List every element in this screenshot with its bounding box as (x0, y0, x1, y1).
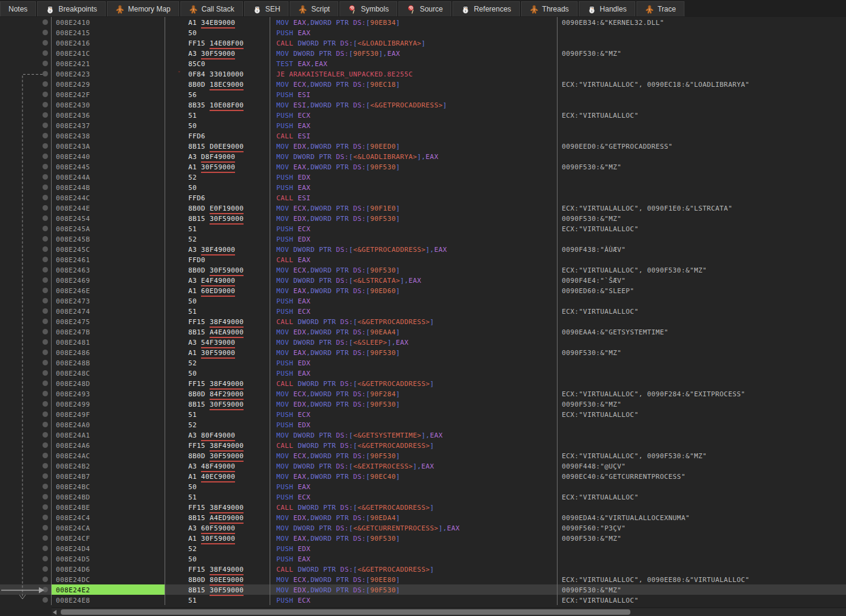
disasm-row[interactable]: 008E2410A1 34EB9000mov eax,dword ptr ds:… (0, 17, 846, 27)
breakpoint-dot[interactable] (43, 308, 48, 314)
instruction-cell[interactable]: test eax,eax (270, 58, 558, 69)
tab-handles[interactable]: Handles (579, 1, 635, 16)
disasm-row[interactable]: 008E249F51push ecxecx:"VirtualAlloc" (0, 409, 846, 419)
comment-cell[interactable]: 0090EED0:&"GetProcAddress" (558, 141, 846, 151)
instruction-cell[interactable]: call dword ptr ds:[<&GetProcAddress>] (270, 440, 558, 450)
address-cell[interactable]: 008E2463 (52, 265, 165, 275)
breakpoint-dot[interactable] (43, 422, 48, 427)
instruction-cell[interactable]: push esi (270, 89, 558, 100)
comment-cell[interactable]: 0090F530:&"MZ" (558, 347, 846, 357)
instruction-cell[interactable]: call esi (270, 192, 558, 203)
address-cell[interactable]: 008E24D4 (52, 543, 165, 553)
address-cell[interactable]: 008E24A6 (52, 440, 165, 450)
disasm-row[interactable]: 008E248C50push eax (0, 368, 846, 378)
instruction-cell[interactable]: push edx (270, 543, 558, 553)
instruction-cell[interactable]: push ecx (270, 110, 558, 120)
address-cell[interactable]: 008E24A0 (52, 419, 165, 430)
address-cell[interactable]: 008E244A (52, 172, 165, 182)
breakpoint-dot[interactable] (43, 112, 48, 118)
tab-seh[interactable]: SEH (244, 1, 289, 16)
address-cell[interactable]: 008E2440 (52, 151, 165, 161)
address-cell[interactable]: 008E2474 (52, 306, 165, 316)
comment-cell[interactable]: 0090EC40:&"GetCurrentProcess" (558, 471, 846, 481)
address-cell[interactable]: 008E2423 (52, 69, 165, 79)
disasm-row[interactable]: 008E243750push eax (0, 120, 846, 130)
comment-cell[interactable]: 0090F530:&"MZ" (558, 48, 846, 58)
address-cell[interactable]: 008E24BC (52, 481, 165, 492)
breakpoint-dot[interactable] (43, 277, 48, 283)
instruction-cell[interactable]: mov edx,dword ptr ds:[90EDA4] (270, 512, 558, 523)
address-cell[interactable]: 008E24C4 (52, 512, 165, 523)
disasm-row[interactable]: 008E24A052push edx (0, 419, 846, 430)
comment-cell[interactable]: 0090F448:"@UÇv" (558, 461, 846, 471)
tab-threads[interactable]: Threads (521, 1, 578, 16)
comment-cell[interactable]: ecx:"VirtualAlloc" (558, 492, 846, 502)
address-cell[interactable]: 008E2421 (52, 58, 165, 69)
disasm-row[interactable]: 008E2440A3 D8F49000mov dword ptr ds:[<&L… (0, 151, 846, 161)
instruction-cell[interactable]: call dword ptr ds:[<&GetProcAddress>] (270, 564, 558, 574)
breakpoint-dot[interactable] (43, 381, 48, 386)
instruction-cell[interactable]: mov eax,dword ptr ds:[90ED60] (270, 285, 558, 296)
comment-cell[interactable] (558, 38, 846, 48)
disasm-row[interactable]: 008E24998B15 30F59000mov edx,dword ptr d… (0, 399, 846, 409)
tab-references[interactable]: References (452, 1, 519, 16)
instruction-cell[interactable]: call esi (270, 130, 558, 141)
disasm-row[interactable]: 008E2469A3 E4F49000mov dword ptr ds:[<&l… (0, 275, 846, 285)
bytes-cell[interactable]: A1 30F59000 (165, 161, 270, 172)
disasm-row[interactable]: 008E245CA3 38F49000mov dword ptr ds:[<&G… (0, 244, 846, 254)
instruction-cell[interactable]: mov dword ptr ds:[<&LoadLibraryA>],eax (270, 151, 558, 161)
disasm-row[interactable]: 008E246EA1 60ED9000mov eax,dword ptr ds:… (0, 285, 846, 296)
instruction-cell[interactable]: push ecx (270, 492, 558, 502)
address-cell[interactable]: 008E2415 (52, 27, 165, 38)
breakpoint-dot[interactable] (43, 288, 48, 293)
breakpoint-dot[interactable] (43, 143, 48, 149)
bytes-cell[interactable]: 52 (165, 172, 270, 182)
address-cell[interactable]: 008E245C (52, 244, 165, 254)
bytes-cell[interactable]: 8B15 30F59000 (165, 399, 270, 409)
comment-cell[interactable] (558, 151, 846, 161)
breakpoint-dot[interactable] (43, 50, 48, 56)
disasm-row[interactable]: 008E24CFA1 30F59000mov eax,dword ptr ds:… (0, 533, 846, 543)
breakpoint-dot[interactable] (43, 535, 48, 541)
bytes-cell[interactable]: 52 (165, 357, 270, 368)
bytes-cell[interactable]: 8B0D 18EC9000 (165, 79, 270, 89)
instruction-cell[interactable]: mov edx,dword ptr ds:[90EAA4] (270, 327, 558, 337)
address-cell[interactable]: 008E24B2 (52, 461, 165, 471)
horizontal-scrollbar[interactable] (52, 608, 846, 616)
instruction-cell[interactable]: call dword ptr ds:[<&GetProcAddress>] (270, 502, 558, 512)
address-cell[interactable]: 008E2461 (52, 254, 165, 265)
disasm-row[interactable]: 008E243A8B15 D0EE9000mov edx,dword ptr d… (0, 141, 846, 151)
instruction-cell[interactable]: call eax (270, 254, 558, 265)
tab-notes[interactable]: Notes (0, 1, 36, 16)
instruction-cell[interactable]: mov dword ptr ds:[<&GetCurrentProcess>],… (270, 523, 558, 533)
bytes-cell[interactable]: A3 48F49000 (165, 461, 270, 471)
breakpoint-dot[interactable] (43, 123, 48, 128)
breakpoint-dot[interactable] (43, 226, 48, 231)
comment-cell[interactable] (558, 130, 846, 141)
breakpoint-dot[interactable] (43, 71, 48, 76)
address-cell[interactable]: 008E245B (52, 234, 165, 244)
instruction-cell[interactable]: push eax (270, 553, 558, 564)
address-cell[interactable]: 008E24E2 (52, 584, 165, 595)
address-cell[interactable]: 008E2430 (52, 100, 165, 110)
address-cell[interactable]: 008E2410 (52, 17, 165, 27)
bytes-cell[interactable]: 51 (165, 223, 270, 234)
bytes-cell[interactable]: 8B0D 30F59000 (165, 265, 270, 275)
comment-cell[interactable] (558, 296, 846, 306)
breakpoint-dot[interactable] (43, 102, 48, 107)
address-cell[interactable]: 008E243A (52, 141, 165, 151)
comment-cell[interactable]: ecx:"VirtualAlloc", 0090EC18:&"LoadLibra… (558, 79, 846, 89)
bytes-cell[interactable]: 8B15 30F59000 (165, 213, 270, 223)
instruction-cell[interactable]: mov ecx,dword ptr ds:[90EE80] (270, 574, 558, 584)
address-cell[interactable]: 008E247B (52, 327, 165, 337)
instruction-cell[interactable]: mov dword ptr ds:[<&lstrcatA>],eax (270, 275, 558, 285)
bytes-cell[interactable]: 51 (165, 409, 270, 419)
disasm-row[interactable]: 008E2445A1 30F59000mov eax,dword ptr ds:… (0, 161, 846, 172)
comment-cell[interactable] (558, 89, 846, 100)
instruction-cell[interactable]: push ecx (270, 595, 558, 605)
breakpoint-dot[interactable] (43, 205, 48, 211)
comment-cell[interactable] (558, 368, 846, 378)
comment-cell[interactable] (558, 357, 846, 368)
breakpoint-dot[interactable] (43, 577, 48, 582)
address-cell[interactable]: 008E2493 (52, 388, 165, 399)
